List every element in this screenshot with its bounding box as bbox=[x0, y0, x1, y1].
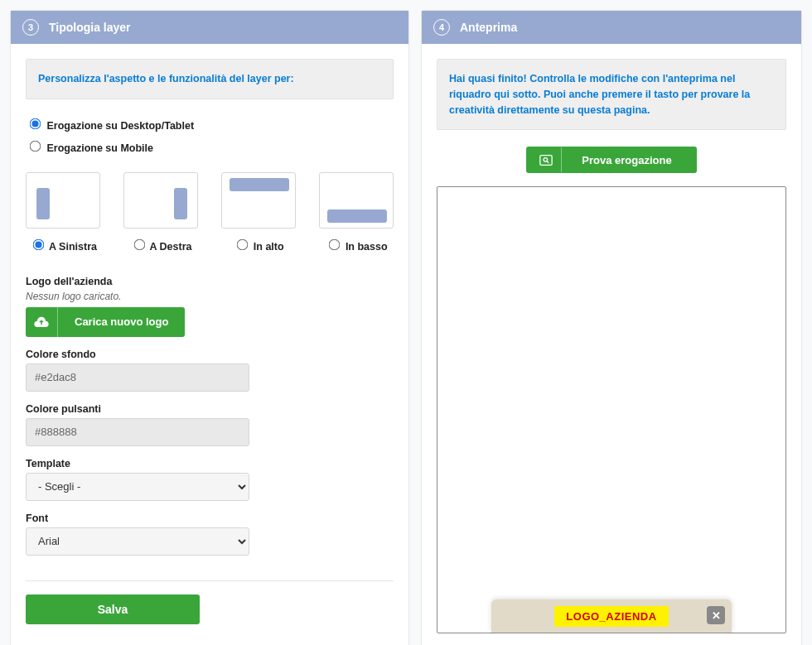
position-options: A Sinistra A Destra In alto bbox=[26, 172, 394, 253]
btn-color-label: Colore pulsanti bbox=[26, 403, 394, 415]
position-thumb-right bbox=[123, 172, 198, 229]
position-radio-left[interactable] bbox=[33, 238, 45, 250]
panel-header-right: 4 Anteprima bbox=[422, 11, 801, 44]
position-label-top[interactable]: In alto bbox=[233, 241, 283, 253]
panel-title-left: Tipologia layer bbox=[49, 21, 131, 34]
search-page-icon bbox=[531, 147, 562, 172]
close-icon[interactable]: ✕ bbox=[707, 606, 725, 624]
position-radio-bottom[interactable] bbox=[329, 238, 341, 250]
font-label: Font bbox=[26, 513, 394, 524]
info-box-left: Personalizza l'aspetto e le funzionalità… bbox=[26, 59, 394, 99]
radio-mobile-label: Erogazione su Mobile bbox=[46, 142, 153, 154]
position-label-left[interactable]: A Sinistra bbox=[29, 241, 97, 253]
svg-line-2 bbox=[547, 161, 549, 162]
preview-bottom-bar: LOGO_AZIENDA ✕ bbox=[491, 599, 732, 633]
preview-button-text: Prova erogazione bbox=[562, 154, 691, 166]
position-thumb-bottom bbox=[319, 172, 394, 229]
separator bbox=[26, 580, 394, 581]
preview-button[interactable]: Prova erogazione bbox=[526, 147, 696, 173]
info-box-right: Hai quasi finito! Controlla le modifiche… bbox=[437, 59, 786, 130]
cloud-upload-icon bbox=[26, 307, 58, 337]
bg-color-input[interactable] bbox=[26, 363, 249, 392]
position-text-left: A Sinistra bbox=[49, 241, 97, 253]
position-text-bottom: In basso bbox=[346, 241, 388, 253]
radio-erogazione-mobile[interactable]: Erogazione su Mobile bbox=[26, 138, 394, 154]
step-number-4: 4 bbox=[433, 19, 450, 36]
font-select[interactable]: Arial bbox=[26, 527, 249, 556]
upload-logo-text: Carica nuovo logo bbox=[58, 315, 185, 328]
position-radio-top[interactable] bbox=[237, 238, 249, 250]
step-number-3: 3 bbox=[22, 19, 39, 36]
logo-placeholder-badge: LOGO_AZIENDA bbox=[554, 606, 668, 627]
position-option-bottom[interactable]: In basso bbox=[319, 172, 394, 253]
position-option-left[interactable]: A Sinistra bbox=[26, 172, 100, 253]
panel-tipologia-layer: 3 Tipologia layer Personalizza l'aspetto… bbox=[10, 10, 409, 645]
save-button[interactable]: Salva bbox=[26, 594, 200, 624]
svg-rect-0 bbox=[540, 155, 552, 165]
position-option-right[interactable]: A Destra bbox=[123, 172, 198, 253]
position-option-top[interactable]: In alto bbox=[221, 172, 296, 253]
svg-point-1 bbox=[544, 157, 548, 161]
position-thumb-left bbox=[26, 172, 100, 229]
panel-header-left: 3 Tipologia layer bbox=[11, 11, 408, 44]
radio-desktop-label: Erogazione su Desktop/Tablet bbox=[46, 120, 194, 132]
logo-label: Logo dell'azienda bbox=[26, 276, 394, 287]
template-select[interactable]: - Scegli - bbox=[26, 473, 249, 501]
position-label-bottom[interactable]: In basso bbox=[325, 241, 387, 253]
logo-note: Nessun logo caricato. bbox=[26, 291, 394, 302]
position-radio-right[interactable] bbox=[133, 238, 145, 250]
btn-color-input[interactable] bbox=[26, 418, 249, 446]
upload-logo-button[interactable]: Carica nuovo logo bbox=[26, 307, 185, 337]
bg-color-label: Colore sfondo bbox=[26, 349, 394, 360]
template-label: Template bbox=[26, 458, 394, 469]
radio-erogazione-desktop[interactable]: Erogazione su Desktop/Tablet bbox=[26, 116, 394, 132]
position-text-top: In alto bbox=[254, 241, 284, 253]
panel-title-right: Anteprima bbox=[460, 21, 517, 34]
panel-anteprima: 4 Anteprima Hai quasi finito! Controlla … bbox=[421, 10, 802, 645]
preview-frame: LOGO_AZIENDA ✕ bbox=[437, 186, 786, 633]
position-label-right[interactable]: A Destra bbox=[130, 241, 192, 253]
radio-mobile-input[interactable] bbox=[30, 140, 41, 152]
radio-desktop-input[interactable] bbox=[30, 118, 41, 129]
position-text-right: A Destra bbox=[150, 241, 192, 253]
position-thumb-top bbox=[221, 172, 296, 229]
